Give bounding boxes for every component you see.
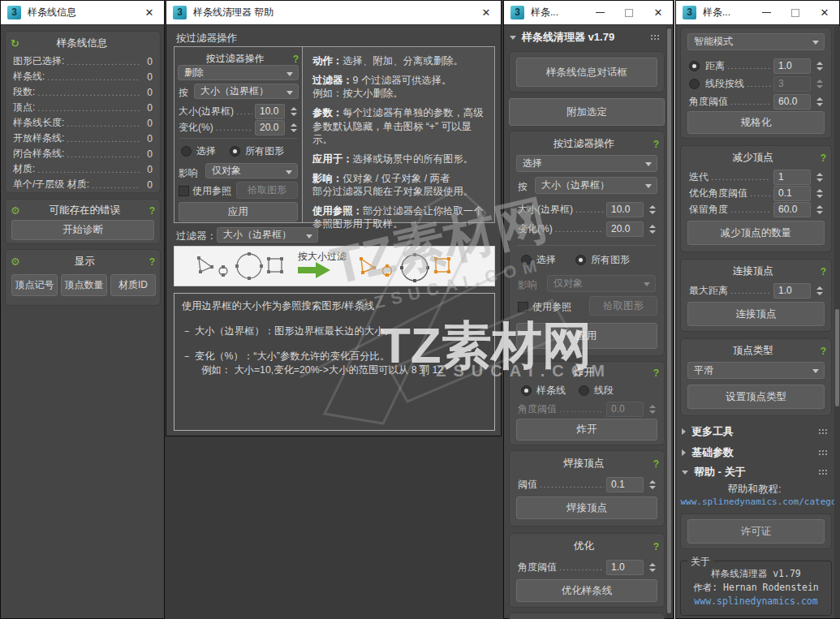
filter-type-dropdown[interactable]: 大小（边界框）: [535, 177, 657, 194]
apply-button[interactable]: 应用: [516, 323, 657, 349]
size-field[interactable]: 10.0: [606, 202, 644, 217]
pick-shape-button[interactable]: 拾取图形: [589, 296, 657, 316]
close-icon[interactable]: ✕: [810, 1, 839, 24]
maximize-icon[interactable]: [781, 1, 810, 24]
reduce-vertex-count-button[interactable]: 减少顶点的数量: [687, 221, 825, 245]
gear-icon[interactable]: ⚙: [11, 256, 20, 267]
drag-grip-icon[interactable]: [818, 449, 827, 457]
minimize-icon[interactable]: [585, 1, 614, 24]
refresh-icon[interactable]: ↻: [11, 38, 19, 49]
all-shapes-radio[interactable]: [575, 255, 586, 265]
vertex-ticks-button[interactable]: 顶点记号: [11, 274, 58, 296]
threshold-field[interactable]: 0.1: [606, 477, 644, 492]
scrollbar[interactable]: [666, 26, 672, 618]
close-icon[interactable]: ✕: [644, 1, 673, 24]
maximize-icon[interactable]: [614, 1, 644, 24]
help-icon[interactable]: ?: [149, 205, 155, 217]
spinner[interactable]: [647, 221, 657, 237]
help-icon[interactable]: ?: [821, 346, 826, 357]
spinner[interactable]: [288, 104, 299, 119]
spinner[interactable]: [647, 202, 657, 217]
minimize-icon[interactable]: [752, 1, 781, 24]
vertex-type-dropdown[interactable]: 平滑: [687, 362, 825, 379]
spinner[interactable]: [814, 58, 825, 74]
mode-dropdown[interactable]: 智能模式: [687, 33, 825, 50]
spinner[interactable]: [647, 560, 657, 575]
angle-field[interactable]: 0.0: [606, 402, 644, 417]
action-dropdown[interactable]: 选择: [516, 155, 657, 172]
spinner[interactable]: [647, 402, 657, 417]
explode-button[interactable]: 炸开: [516, 419, 657, 441]
scrollbar-thumb[interactable]: [835, 309, 839, 406]
spinner[interactable]: [814, 202, 825, 217]
help-icon[interactable]: ?: [821, 153, 826, 164]
help-icon[interactable]: ?: [653, 541, 659, 552]
help-icon[interactable]: ?: [821, 266, 826, 277]
segments-field[interactable]: 3: [773, 76, 811, 92]
opt-angle-row: 优化角度阈值 0.1: [689, 185, 825, 201]
selection-radio[interactable]: [181, 146, 192, 157]
filter-dropdown[interactable]: 大小（边界框）: [217, 227, 318, 243]
variation-field[interactable]: 20.0: [255, 120, 285, 135]
keep-angle-field[interactable]: 60.0: [773, 202, 811, 217]
connect-vertices-button[interactable]: 连接顶点: [687, 302, 825, 326]
size-field[interactable]: 10.0: [255, 104, 285, 119]
set-vertex-type-button[interactable]: 设置顶点类型: [687, 385, 825, 409]
max-distance-field[interactable]: 1.0: [773, 283, 811, 299]
distance-radio[interactable]: [689, 61, 700, 71]
spline-info-dialog-button[interactable]: 样条线信息对话框: [516, 58, 657, 87]
spinner[interactable]: [814, 94, 825, 110]
optimize-splines-button[interactable]: 优化样条线: [516, 579, 657, 602]
license-button[interactable]: 许可证: [687, 519, 825, 544]
use-reference-checkbox[interactable]: [179, 186, 189, 196]
segments-radio[interactable]: [689, 79, 700, 89]
affect-dropdown[interactable]: 仅对象: [205, 163, 298, 178]
apply-button[interactable]: 应用: [179, 202, 298, 221]
pick-shape-button[interactable]: 拾取图形: [236, 182, 298, 199]
start-diagnose-button[interactable]: 开始诊断: [11, 220, 154, 240]
help-icon[interactable]: ?: [653, 458, 659, 470]
segment-radio[interactable]: [579, 385, 589, 396]
spinner[interactable]: [814, 186, 825, 201]
spinner[interactable]: [647, 477, 657, 492]
spinner[interactable]: [814, 170, 825, 185]
help-icon[interactable]: ?: [653, 139, 659, 150]
iterations-field[interactable]: 1: [773, 170, 811, 185]
attach-selected-button[interactable]: 附加选定: [509, 98, 665, 126]
angle-field[interactable]: 1.0: [606, 560, 644, 575]
drag-grip-icon[interactable]: [650, 34, 659, 41]
scrollbar-thumb[interactable]: [667, 28, 671, 613]
action-dropdown[interactable]: 删除: [178, 65, 299, 80]
angle-field[interactable]: 60.0: [773, 94, 811, 110]
spinner[interactable]: [814, 283, 825, 299]
help-icon[interactable]: ?: [653, 368, 659, 379]
rollout-more-tools[interactable]: 更多工具: [676, 423, 833, 441]
rollout-spline-cleaner[interactable]: 样条线清理器 v1.79: [504, 28, 665, 46]
spinner[interactable]: [288, 120, 299, 135]
spinner[interactable]: [814, 76, 825, 92]
distance-field[interactable]: 1.0: [773, 58, 811, 74]
help-link[interactable]: www.splinedynamics.com/catego: [679, 496, 838, 507]
scrollbar[interactable]: [834, 26, 840, 618]
use-reference-checkbox[interactable]: [518, 302, 528, 312]
normalize-button[interactable]: 规格化: [687, 111, 825, 134]
drag-grip-icon[interactable]: [818, 428, 827, 436]
material-id-button[interactable]: 材质ID: [110, 274, 156, 296]
all-shapes-radio[interactable]: [230, 146, 240, 157]
site-link[interactable]: www.splinedynamics.com: [681, 595, 831, 607]
rollout-basic-params[interactable]: 基础参数: [676, 444, 833, 462]
drag-grip-icon[interactable]: [818, 469, 827, 476]
gear-icon[interactable]: ⚙: [11, 205, 20, 216]
filter-type-dropdown[interactable]: 大小（边界框）: [194, 84, 299, 99]
close-icon[interactable]: ✕: [472, 1, 501, 24]
affect-dropdown[interactable]: 仅对象: [547, 275, 656, 292]
opt-angle-field[interactable]: 0.1: [773, 186, 811, 201]
weld-vertices-button[interactable]: 焊接顶点: [516, 496, 657, 519]
vertex-count-button[interactable]: 顶点数量: [61, 274, 107, 296]
spline-radio[interactable]: [521, 385, 532, 396]
variation-field[interactable]: 20.0: [606, 221, 644, 237]
selection-radio[interactable]: [521, 255, 532, 265]
help-icon[interactable]: ?: [149, 256, 155, 268]
close-icon[interactable]: ✕: [135, 1, 164, 24]
rollout-help-about[interactable]: 帮助 - 关于: [676, 463, 833, 481]
